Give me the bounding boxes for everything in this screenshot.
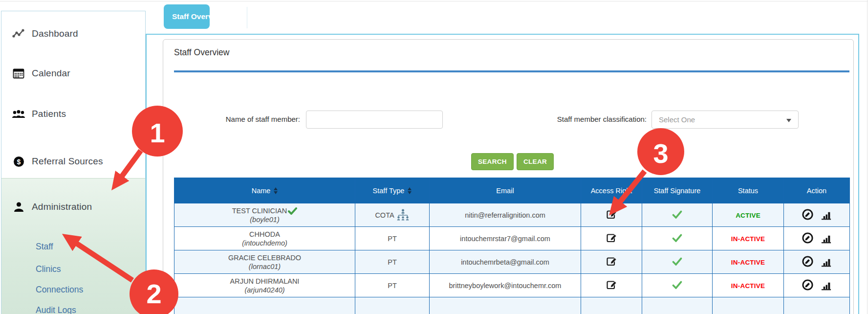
verified-check-icon: [288, 207, 297, 215]
staff-username: (boyle01): [176, 215, 353, 224]
table-row: ARJUN DHIRMALANI (arjun40240) PT: [174, 274, 850, 297]
staff-type: PT: [388, 258, 397, 266]
staff-email: intouchemrbeta@gmail.com: [430, 250, 581, 274]
stats-bar-chart-icon[interactable]: [821, 257, 832, 268]
name-field-label: Name of staff member:: [183, 115, 300, 123]
sort-icon: [274, 187, 278, 194]
sidebar-item-calendar[interactable]: Calendar: [1, 66, 145, 81]
column-header-status: Status: [713, 178, 784, 203]
page: Dashboard Calendar: [0, 0, 868, 314]
signature-check-icon: [672, 210, 682, 219]
stats-bar-chart-icon[interactable]: [821, 233, 832, 244]
edit-access-right-icon[interactable]: [606, 279, 617, 291]
sidebar-item-patients[interactable]: Patients: [1, 107, 145, 121]
staff-name: TEST CLINICIAN: [232, 207, 287, 215]
staff-username: (arjun40240): [176, 286, 353, 294]
window-top-border: [0, 1, 868, 1]
calendar-icon: [11, 67, 26, 80]
staff-username: (intouchdemo): [176, 239, 353, 247]
staff-name: GRACIE CELEBRADO: [228, 254, 301, 262]
administration-section: Administration Staff Clinics Connections…: [1, 178, 145, 314]
table-row: GRACIE CELEBRADO (lornac01) PT: [174, 250, 850, 274]
search-button[interactable]: SEARCH: [471, 153, 514, 170]
status-badge: IN-ACTIVE: [731, 282, 765, 290]
sort-icon: [408, 187, 412, 194]
staff-type: COTA: [375, 211, 394, 219]
sidebar-item-referral-sources[interactable]: $ Referral Sources: [1, 154, 145, 169]
signature-check-icon: [672, 234, 682, 242]
signature-check-icon: [672, 257, 682, 266]
edit-access-right-icon[interactable]: [606, 232, 617, 244]
edit-staff-icon[interactable]: [802, 279, 814, 291]
dollar-circle-icon: $: [11, 155, 26, 168]
sidebar-item-label: Referral Sources: [32, 156, 103, 167]
sidebar-item-administration[interactable]: Administration: [1, 200, 145, 214]
sidebar-subitem-audit-logs[interactable]: Audit Logs: [36, 305, 76, 314]
staff-email: brittneyboylework@intouchemr.com: [430, 274, 581, 297]
edit-staff-icon[interactable]: [802, 208, 814, 221]
status-badge: IN-ACTIVE: [731, 235, 765, 243]
staff-name: CHHODA: [249, 230, 280, 238]
clear-button[interactable]: CLEAR: [517, 153, 554, 170]
table-row: CHHODA (intouchdemo) PT: [174, 227, 850, 250]
column-header-name[interactable]: Name: [174, 178, 355, 203]
edit-access-right-icon[interactable]: [606, 255, 617, 267]
staff-table: Name Staff Type Email Access Right Staff…: [174, 178, 850, 314]
staff-type: PT: [388, 282, 397, 290]
sidebar: Dashboard Calendar: [1, 11, 146, 314]
staff-email: nitin@referralignition.com: [430, 203, 581, 227]
table-row-partial: [174, 297, 850, 314]
edit-access-right-icon[interactable]: [606, 208, 617, 220]
sidebar-subitem-staff[interactable]: Staff: [36, 242, 53, 252]
status-badge: IN-ACTIVE: [731, 259, 765, 266]
page-title: Staff Overview: [174, 47, 229, 58]
classification-select[interactable]: Select One: [651, 111, 799, 129]
users-icon: [11, 108, 26, 120]
edit-staff-icon[interactable]: [802, 232, 814, 244]
tabstrip-divider: [247, 7, 247, 28]
sidebar-item-label: Calendar: [32, 68, 70, 79]
sidebar-item-label: Patients: [32, 109, 66, 119]
line-chart-icon: [11, 27, 26, 40]
svg-text:$: $: [17, 157, 21, 165]
sidebar-item-dashboard[interactable]: Dashboard: [1, 26, 145, 41]
chevron-down-icon: [786, 119, 791, 122]
staff-name: ARJUN DHIRMALANI: [230, 277, 300, 285]
table-row: TEST CLINICIAN (boyle01) COTA: [174, 203, 850, 227]
column-header-access-right: Access Right: [581, 178, 642, 203]
tab-label: Staff Overview: [172, 12, 225, 21]
classification-selected-value: Select One: [659, 115, 695, 124]
column-header-staff-type[interactable]: Staff Type: [355, 178, 430, 203]
table-header-row: Name Staff Type Email Access Right Staff…: [174, 178, 850, 203]
sidebar-item-label: Dashboard: [32, 28, 78, 39]
sidebar-item-label: Administration: [32, 202, 92, 212]
staff-username: (lornac01): [176, 262, 353, 271]
staff-type: PT: [388, 235, 397, 243]
column-header-action: Action: [784, 178, 850, 203]
column-header-staff-signature: Staff Signature: [642, 178, 713, 203]
org-chart-icon: [396, 208, 410, 222]
window-right-border: [867, 0, 868, 314]
staff-name-input[interactable]: [306, 111, 443, 129]
edit-staff-icon[interactable]: [802, 255, 814, 268]
person-icon: [11, 201, 26, 213]
staff-overview-card: Staff Overview Name of staff member: Sta…: [163, 39, 854, 314]
stats-bar-chart-icon[interactable]: [821, 210, 832, 221]
sidebar-subitem-clinics[interactable]: Clinics: [36, 264, 61, 274]
heading-underline: [174, 70, 849, 72]
classification-field-label: Staff member classification:: [509, 115, 647, 123]
tab-staff-overview[interactable]: Staff Overview: [164, 4, 210, 29]
signature-check-icon: [672, 281, 682, 289]
sidebar-subitem-connections[interactable]: Connections: [36, 285, 83, 295]
column-header-email: Email: [430, 178, 581, 203]
status-badge: ACTIVE: [736, 212, 760, 219]
stats-bar-chart-icon[interactable]: [821, 280, 832, 291]
staff-email: intouchemrstar7@gmail.com: [430, 227, 581, 250]
